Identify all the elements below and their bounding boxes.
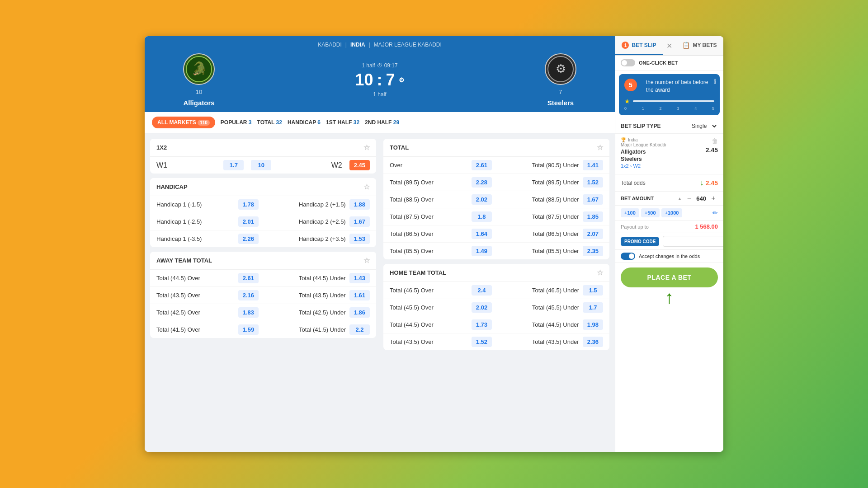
one-click-row: ONE-CLICK BET <box>615 56 723 70</box>
bet-team2: Steelers <box>621 155 666 163</box>
svg-text:⚙: ⚙ <box>555 62 566 75</box>
team2-score-sub: 7 <box>559 89 562 95</box>
total-odds-row: Total odds ↓ 2.45 <box>615 174 723 192</box>
filter-popular[interactable]: POPULAR 3 <box>221 119 252 126</box>
bet-type-select[interactable]: Single Multiple <box>690 122 718 130</box>
quick-100-btn[interactable]: +100 <box>621 208 639 217</box>
away-41-5-under-btn[interactable]: 2.2 <box>349 324 370 335</box>
filter-total[interactable]: TOTAL 32 <box>257 119 282 126</box>
filter-handicap[interactable]: HANDICAP 6 <box>288 119 321 126</box>
total-87-5-over-btn[interactable]: 1.8 <box>472 211 492 222</box>
filter-all-markets[interactable]: ALL MARKETS 110 <box>152 117 215 128</box>
bets-count-badge: 5 <box>624 79 637 91</box>
star-icon-1x2[interactable]: ☆ <box>363 143 370 152</box>
star-icon-handicap[interactable]: ☆ <box>363 183 370 191</box>
info-icon[interactable]: ℹ <box>714 78 716 85</box>
total-87-5-under-btn[interactable]: 1.85 <box>583 211 603 222</box>
promo-code-input[interactable] <box>663 236 723 247</box>
total-odds-value: ↓ 2.45 <box>700 178 718 188</box>
away-44-5-under-btn[interactable]: 1.43 <box>349 273 370 283</box>
home-46-5-under-btn[interactable]: 1.5 <box>583 285 603 296</box>
breadcrumb-kabaddi[interactable]: KABADDI <box>318 42 342 48</box>
team2-block: ⚙ 7 Steelers <box>533 53 588 107</box>
away-total-row-2: Total (42.5) Over 1.83 Total (42.5) Unde… <box>150 304 376 321</box>
bet-slip-close-btn[interactable]: ✕ <box>663 36 676 55</box>
away-43-5-under-btn[interactable]: 1.61 <box>349 290 370 300</box>
total-88-5-under-btn[interactable]: 1.67 <box>583 194 603 205</box>
away-42-5-over-btn[interactable]: 1.83 <box>238 307 259 318</box>
away-41-5-over-btn[interactable]: 1.59 <box>238 324 259 335</box>
match-info: 🐊 10 Alligators 1 half ⏱ 09:17 10 : <box>154 53 606 107</box>
handicap1-2-5-btn[interactable]: 2.01 <box>238 216 259 227</box>
team2-name: Steelers <box>547 99 574 107</box>
one-click-toggle[interactable] <box>621 59 635 66</box>
score-period: 1 half <box>373 91 386 98</box>
arrow-up-annotation: ↑ <box>615 288 723 306</box>
home-45-5-over-btn[interactable]: 2.02 <box>472 302 492 313</box>
home-43-5-over-btn[interactable]: 1.52 <box>472 337 492 347</box>
total-85-5-under-btn[interactable]: 2.35 <box>583 246 603 256</box>
market-away-total: AWAY TEAM TOTAL ☆ Total (44.5) Over 2.61… <box>150 252 376 338</box>
filter-first-half[interactable]: 1ST HALF 32 <box>326 119 359 126</box>
handicap2-2-5-btn[interactable]: 1.67 <box>349 216 370 227</box>
total-90-5-under-btn[interactable]: 1.41 <box>583 160 603 170</box>
total-89-5-over-btn[interactable]: 2.28 <box>472 177 492 188</box>
star-icon-total[interactable]: ☆ <box>597 143 603 152</box>
total-row-1: Total (89.5) Over 2.28 Total (89.5) Unde… <box>383 174 609 191</box>
total-row-0: Over 2.61 Total (90.5) Under 1.41 <box>383 157 609 174</box>
chevron-up-icon[interactable]: ▲ <box>677 196 682 201</box>
promo-row: PROMO CODE <box>615 233 723 250</box>
increase-amount-btn[interactable]: + <box>709 194 718 202</box>
total-row-4: Total (86.5) Over 1.64 Total (86.5) Unde… <box>383 225 609 243</box>
star-icon-home-total[interactable]: ☆ <box>597 268 603 277</box>
home-total-row-2: Total (44.5) Over 1.73 Total (44.5) Unde… <box>383 316 609 333</box>
breadcrumb: KABADDI | INDIA | MAJOR LEAGUE KABADDI <box>154 42 606 48</box>
home-44-5-over-btn[interactable]: 1.73 <box>472 319 492 330</box>
away-42-5-under-btn[interactable]: 1.86 <box>349 307 370 318</box>
total-row-5: Total (85.5) Over 1.49 Total (85.5) Unde… <box>383 243 609 259</box>
total-88-5-over-btn[interactable]: 2.02 <box>472 194 492 205</box>
away-total-row-1: Total (43.5) Over 2.16 Total (43.5) Unde… <box>150 287 376 304</box>
bet-competition: Major League Kabaddi <box>621 142 666 147</box>
market-home-total: HOME TEAM TOTAL ☆ Total (46.5) Over 2.4 … <box>383 264 609 350</box>
quick-500-btn[interactable]: +500 <box>641 208 660 217</box>
home-45-5-under-btn[interactable]: 1.7 <box>583 302 603 313</box>
x-odds-btn[interactable]: 10 <box>251 160 271 170</box>
market-total: TOTAL ☆ Over 2.61 Total (90.5) Under 1.4… <box>383 139 609 259</box>
tab-my-bets[interactable]: 📋 MY BETS <box>676 36 723 55</box>
breadcrumb-india[interactable]: INDIA <box>350 42 365 48</box>
handicap1-3-5-btn[interactable]: 2.26 <box>238 234 259 244</box>
handicap1-1-5-btn[interactable]: 1.78 <box>238 199 259 210</box>
delete-bet-btn[interactable]: 🗑 <box>712 137 718 145</box>
handicap2-3-5-btn[interactable]: 1.53 <box>349 234 370 244</box>
star-icon-away-total[interactable]: ☆ <box>363 256 370 265</box>
bets-scale: ★ <box>624 98 714 105</box>
home-44-5-under-btn[interactable]: 1.98 <box>583 319 603 330</box>
payout-label: Payout up to <box>621 224 649 230</box>
filter-second-half[interactable]: 2ND HALF 29 <box>365 119 399 126</box>
total-85-5-over-btn[interactable]: 1.49 <box>472 246 492 256</box>
decrease-amount-btn[interactable]: − <box>684 194 693 202</box>
settings-icon[interactable]: ⚙ <box>399 76 405 84</box>
w1-odds-btn[interactable]: 1.7 <box>223 160 244 170</box>
accept-changes-toggle[interactable] <box>621 253 635 260</box>
one-click-label: ONE-CLICK BET <box>639 60 678 66</box>
place-bet-button[interactable]: PLACE A BET <box>621 267 718 287</box>
total-89-5-under-btn[interactable]: 1.52 <box>583 177 603 188</box>
w2-odds-btn[interactable]: 2.45 <box>349 160 370 170</box>
total-86-5-under-btn[interactable]: 2.07 <box>583 229 603 239</box>
bet-amount-controls: ▲ − 640 + <box>677 194 718 202</box>
total-86-5-over-btn[interactable]: 1.64 <box>472 229 492 239</box>
tab-bet-slip[interactable]: 1 BET SLIP <box>615 36 663 55</box>
handicap2-1-5-btn[interactable]: 1.88 <box>349 199 370 210</box>
breadcrumb-league[interactable]: MAJOR LEAGUE KABADDI <box>374 42 442 48</box>
market-1x2-row: W1 1.7 10 W2 2.45 <box>150 157 376 174</box>
star-gold-icon: ★ <box>624 98 630 105</box>
quick-1000-btn[interactable]: +1000 <box>661 208 683 217</box>
edit-amount-icon[interactable]: ✏ <box>712 209 718 216</box>
home-46-5-over-btn[interactable]: 2.4 <box>472 285 492 296</box>
home-43-5-under-btn[interactable]: 2.36 <box>583 337 603 347</box>
total-over-btn[interactable]: 2.61 <box>472 160 492 170</box>
away-43-5-over-btn[interactable]: 2.16 <box>238 290 259 300</box>
away-44-5-over-btn[interactable]: 2.61 <box>238 273 259 283</box>
